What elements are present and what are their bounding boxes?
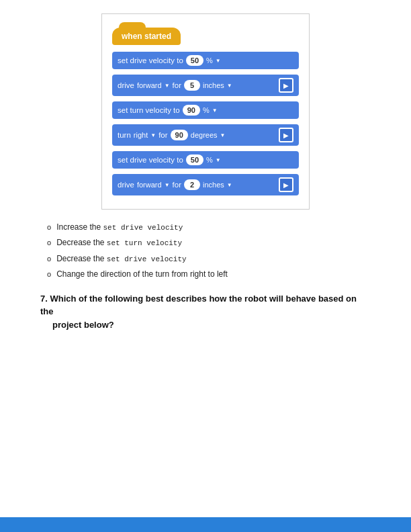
block-dropdown-inches-1[interactable]: inches▼ <box>203 81 232 89</box>
answer-item-2[interactable]: Decrease the set turn velocity <box>47 237 371 249</box>
block-set-drive-velocity-2: set drive velocity to 50 %▼ <box>112 151 299 169</box>
play-button-2[interactable]: ▶ <box>279 128 293 142</box>
block-text-1a: set drive velocity to <box>118 56 183 64</box>
block-value-50-2: 50 <box>186 154 203 165</box>
block-text-1b: set drive velocity to <box>118 156 183 164</box>
answer-2-code: set turn velocity <box>107 239 182 247</box>
answer-item-4[interactable]: Change the direction of the turn from ri… <box>47 269 371 280</box>
block-text-for-3: for <box>173 181 181 189</box>
block-text-turn: turn <box>118 131 131 139</box>
block-value-2: 2 <box>184 179 200 190</box>
block-dropdown-percent-1[interactable]: %▼ <box>206 56 221 64</box>
hat-block-label: when started <box>122 32 171 41</box>
question-7-text-cont: project below? <box>40 318 371 332</box>
block-drive-forward-5: drive forward▼ for 5 inches▼ ▶ <box>112 75 299 96</box>
question-7-block: 7. Which of the following best describes… <box>40 292 371 332</box>
scratch-blocks-area: when started set drive velocity to 50 %▼… <box>101 13 310 210</box>
block-text-turn-vel: set turn velocity to <box>118 106 180 114</box>
play-button-1[interactable]: ▶ <box>279 78 293 93</box>
answer-list: Increase the set drive velocity Decrease… <box>40 222 371 280</box>
question-7-text: Which of the following best describes ho… <box>40 294 371 332</box>
block-text-for-2: for <box>158 131 167 139</box>
answer-item-1[interactable]: Increase the set drive velocity <box>47 222 371 233</box>
block-dropdown-inches-2[interactable]: inches▼ <box>203 181 232 189</box>
block-value-5: 5 <box>184 80 200 91</box>
block-value-90-deg: 90 <box>171 130 188 140</box>
block-value-50-1: 50 <box>186 55 203 66</box>
answer-3-code: set drive velocity <box>107 255 187 263</box>
block-dropdown-right[interactable]: right▼ <box>134 131 156 139</box>
block-dropdown-forward-1[interactable]: forward▼ <box>137 81 170 89</box>
block-set-turn-velocity: set turn velocity to 90 %▼ <box>112 101 299 119</box>
block-text-drive-2: drive <box>118 181 134 189</box>
answer-2-text: Decrease the set turn velocity <box>56 237 182 249</box>
play-button-3[interactable]: ▶ <box>279 177 293 192</box>
block-value-90-vel: 90 <box>183 105 200 116</box>
block-drive-forward-2: drive forward▼ for 2 inches▼ ▶ <box>112 174 299 195</box>
answer-4-text: Change the direction of the turn from ri… <box>56 269 228 280</box>
block-dropdown-percent-2[interactable]: %▼ <box>203 106 218 114</box>
block-turn-right-90: turn right▼ for 90 degrees▼ ▶ <box>112 124 299 146</box>
block-text-for-1: for <box>173 81 181 89</box>
answer-1-code: set drive velocity <box>103 224 183 232</box>
hat-block: when started <box>112 28 181 45</box>
block-text-drive-1: drive <box>118 81 134 89</box>
block-dropdown-forward-2[interactable]: forward▼ <box>137 181 170 189</box>
block-dropdown-degrees[interactable]: degrees▼ <box>191 131 226 139</box>
answer-3-text: Decrease the set drive velocity <box>56 253 187 265</box>
block-dropdown-percent-3[interactable]: %▼ <box>206 156 221 164</box>
block-set-drive-velocity-1: set drive velocity to 50 %▼ <box>112 52 299 69</box>
bottom-bar <box>0 517 411 532</box>
answer-item-3[interactable]: Decrease the set drive velocity <box>47 253 371 265</box>
question-7-number: 7. <box>40 294 48 304</box>
page-content: when started set drive velocity to 50 %▼… <box>0 0 411 331</box>
answer-1-text: Increase the set drive velocity <box>56 222 183 233</box>
